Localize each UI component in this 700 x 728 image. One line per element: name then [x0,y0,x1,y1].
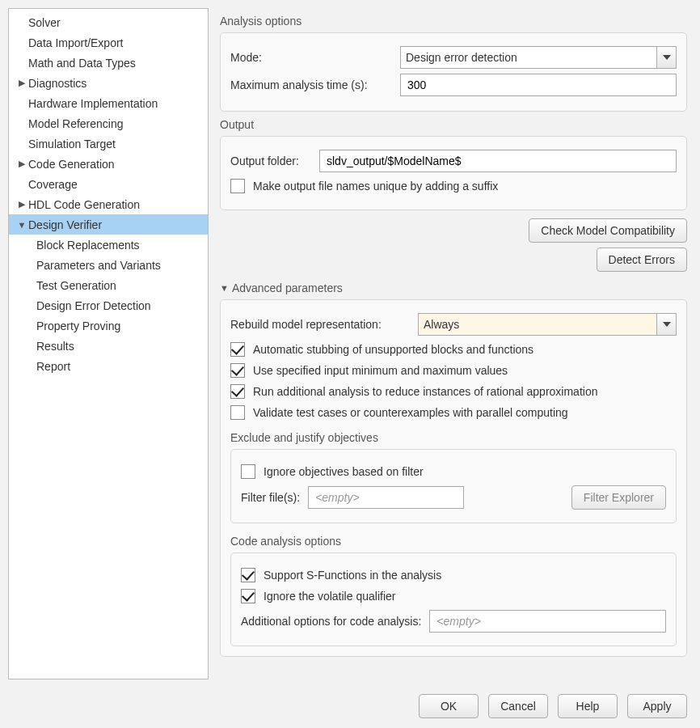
tree-item[interactable]: Model Referencing [9,113,208,133]
tree-item-label: Design Verifier [27,218,102,231]
tree-item[interactable]: Solver [9,12,208,32]
auto-stubbing-label: Automatic stubbing of unsupported blocks… [253,343,533,356]
mode-label: Mode: [230,51,392,64]
output-folder-input[interactable] [319,150,677,172]
tree-item[interactable]: ▶HDL Code Generation [9,194,208,214]
tree-item-label: Results [35,340,74,353]
unique-names-label: Make output file names unique by adding … [253,180,498,193]
advanced-panel: Rebuild model representation: Always Aut… [220,299,687,657]
tree-item[interactable]: ▶Code Generation [9,154,208,174]
tree-item[interactable]: Design Error Detection [9,295,208,315]
dialog-buttons: OK Cancel Help Apply [419,694,687,718]
action-buttons: Check Model Compatibility Detect Errors [220,218,687,272]
tree-item-label: Diagnostics [27,77,86,90]
mode-combo[interactable]: Design error detection [400,46,677,69]
tree-item-label: HDL Code Generation [27,198,140,211]
ok-button[interactable]: OK [419,694,479,718]
tree-item[interactable]: Hardware Implementation [9,93,208,113]
rational-approx-checkbox[interactable] [230,384,245,399]
tree-item[interactable]: ▶Diagnostics [9,73,208,93]
tree-item-label: Model Referencing [27,117,124,130]
tree-item-label: Test Generation [35,279,116,292]
output-title: Output [220,118,687,131]
advanced-title: Advanced parameters [232,281,343,294]
tree-item[interactable]: Report [9,356,208,376]
tree-item[interactable]: Test Generation [9,275,208,295]
detect-errors-button[interactable]: Detect Errors [597,248,687,272]
tree-item-label: Parameters and Variants [35,259,161,272]
tree-item[interactable]: Simulation Target [9,133,208,154]
filter-files-label: Filter file(s): [241,491,300,504]
unique-names-checkbox[interactable] [230,179,245,193]
chevron-right-icon: ▶ [17,159,27,169]
chevron-right-icon: ▶ [17,199,27,210]
chevron-down-icon[interactable] [656,47,676,68]
validate-parallel-checkbox[interactable] [230,405,245,420]
tree-item-label: Simulation Target [27,138,116,150]
output-panel: Output folder: Make output file names un… [220,136,687,210]
rebuild-value: Always [424,318,459,331]
tree-item-label: Property Proving [35,320,120,332]
config-dialog: SolverData Import/ExportMath and Data Ty… [0,0,700,728]
tree-item-label: Hardware Implementation [27,97,158,110]
additional-options-input[interactable] [429,610,666,633]
rebuild-combo[interactable]: Always [418,313,677,336]
tree-item[interactable]: Results [9,336,208,356]
tree-item-label: Code Generation [27,158,115,171]
use-minmax-checkbox[interactable] [230,363,245,378]
mode-value: Design error detection [406,51,517,64]
ignore-volatile-label: Ignore the volatile qualifier [264,590,395,603]
chevron-down-icon: ▼ [220,283,229,293]
use-minmax-label: Use specified input minimum and maximum … [253,364,508,377]
main-area: SolverData Import/ExportMath and Data Ty… [8,8,692,679]
max-time-label: Maximum analysis time (s): [230,78,392,91]
tree-item[interactable]: Data Import/Export [9,32,208,53]
chevron-down-icon[interactable] [656,314,676,335]
category-tree: SolverData Import/ExportMath and Data Ty… [8,8,209,679]
chevron-down-icon: ▼ [17,220,27,230]
tree-item[interactable]: Block Replacements [9,235,208,255]
tree-item-label: Report [35,360,70,373]
ignore-volatile-checkbox[interactable] [241,589,255,603]
tree-item-label: Coverage [27,178,78,191]
exclude-panel: Ignore objectives based on filter Filter… [230,449,677,523]
tree-item[interactable]: Math and Data Types [9,53,208,73]
analysis-options-panel: Mode: Design error detection Maximum ana… [220,32,687,112]
filter-files-input[interactable] [308,486,464,509]
output-folder-label: Output folder: [230,154,311,167]
code-analysis-panel: Support S-Functions in the analysis Igno… [230,552,677,646]
check-compat-button[interactable]: Check Model Compatibility [529,218,687,243]
tree-item[interactable]: Parameters and Variants [9,255,208,275]
tree-item[interactable]: Coverage [9,174,208,194]
additional-options-label: Additional options for code analysis: [241,615,421,628]
rational-approx-label: Run additional analysis to reduce instan… [253,385,597,398]
support-sfunctions-label: Support S-Functions in the analysis [264,569,441,582]
analysis-options-title: Analysis options [220,15,687,28]
validate-parallel-label: Validate test cases or counterexamples w… [253,406,568,419]
filter-explorer-button[interactable]: Filter Explorer [571,485,666,510]
chevron-right-icon: ▶ [17,78,27,88]
ignore-filter-label: Ignore objectives based on filter [264,465,424,478]
content-pane: Analysis options Mode: Design error dete… [220,8,692,679]
advanced-disclosure[interactable]: ▼ Advanced parameters [220,281,687,294]
max-time-input[interactable] [400,74,677,96]
auto-stubbing-checkbox[interactable] [230,342,245,357]
ignore-filter-checkbox[interactable] [241,464,255,479]
help-button[interactable]: Help [558,694,618,718]
rebuild-label: Rebuild model representation: [230,318,410,331]
apply-button[interactable]: Apply [627,694,687,718]
tree-item-label: Solver [27,16,61,29]
tree-item-label: Design Error Detection [35,299,151,312]
exclude-title: Exclude and justify objectives [230,431,677,444]
code-analysis-title: Code analysis options [230,535,677,548]
tree-item[interactable]: ▼Design Verifier [9,214,208,235]
support-sfunctions-checkbox[interactable] [241,568,255,582]
tree-item[interactable]: Property Proving [9,315,208,336]
cancel-button[interactable]: Cancel [488,694,548,718]
tree-item-label: Math and Data Types [27,57,136,70]
tree-item-label: Data Import/Export [27,36,124,49]
tree-item-label: Block Replacements [35,239,140,252]
